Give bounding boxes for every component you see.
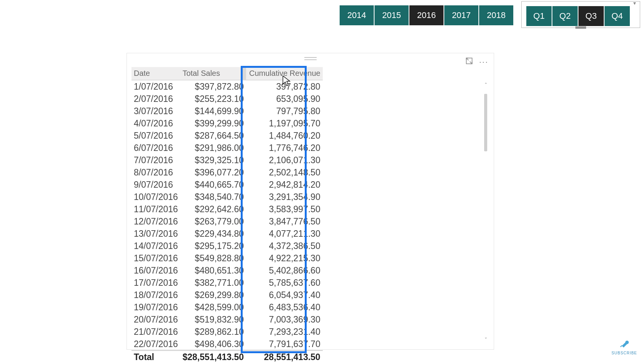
cell-cumulative-revenue: 4,922,215.30: [246, 252, 323, 264]
column-header-total-sales[interactable]: Total Sales: [180, 67, 246, 80]
quarter-button-q2[interactable]: Q2: [552, 6, 578, 26]
table-row[interactable]: 20/07/2016$519,832.907,003,369.30: [131, 313, 323, 326]
subscribe-label: SUBSCRIBE: [611, 351, 637, 355]
column-header-cumulative-revenue[interactable]: Cumulative Revenue: [246, 67, 323, 80]
vertical-scrollbar[interactable]: ˄ ˅: [483, 82, 488, 342]
cell-total-sales: $289,862.10: [180, 326, 246, 338]
table-row[interactable]: 11/07/2016$292,642.603,583,997.50: [131, 203, 323, 215]
cell-cumulative-revenue: 7,003,369.30: [246, 313, 323, 326]
total-cumulative: 28,551,413.50: [246, 351, 323, 362]
cell-cumulative-revenue: 4,077,211.30: [246, 228, 323, 240]
visual-drag-handle[interactable]: [304, 57, 317, 60]
year-button-2015[interactable]: 2015: [375, 5, 409, 25]
table-row[interactable]: 22/07/2016$498,406.307,791,637.70: [131, 338, 323, 351]
table-row[interactable]: 17/07/2016$382,771.005,785,637.60: [131, 277, 323, 289]
year-slicer: 2014 2015 2016 2017 2018: [340, 5, 513, 25]
cell-total-sales: $399,299.90: [180, 117, 246, 129]
year-button-2018[interactable]: 2018: [479, 5, 513, 25]
focus-mode-icon[interactable]: [465, 57, 473, 67]
cell-cumulative-revenue: 2,502,148.50: [246, 166, 323, 179]
table-row[interactable]: 16/07/2016$480,651.305,402,866.60: [131, 264, 323, 277]
quarter-slicer[interactable]: ▾ Q1 Q2 Q3 Q4: [521, 1, 640, 28]
cell-date: 19/07/2016: [131, 301, 180, 313]
cell-date: 3/07/2016: [131, 105, 180, 117]
cell-total-sales: $396,077.20: [180, 166, 246, 179]
cell-date: 7/07/2016: [131, 154, 180, 166]
cell-date: 1/07/2016: [131, 80, 180, 93]
data-table: Date Total Sales Cumulative Revenue 1/07…: [131, 67, 323, 362]
cell-total-sales: $144,699.90: [180, 105, 246, 117]
svg-rect-1: [620, 345, 622, 347]
cell-total-sales: $480,651.30: [180, 264, 246, 277]
cell-date: 4/07/2016: [131, 117, 180, 129]
table-row[interactable]: 19/07/2016$428,599.006,483,536.40: [131, 301, 323, 313]
scroll-down-icon[interactable]: ˅: [483, 337, 488, 342]
cell-date: 16/07/2016: [131, 264, 180, 277]
cell-date: 18/07/2016: [131, 289, 180, 301]
table-row[interactable]: 9/07/2016$440,665.702,942,814.20: [131, 179, 323, 191]
cell-total-sales: $549,828.80: [180, 252, 246, 264]
table-row[interactable]: 8/07/2016$396,077.202,502,148.50: [131, 166, 323, 179]
cell-date: 9/07/2016: [131, 179, 180, 191]
table-row[interactable]: 7/07/2016$329,325.102,106,071.30: [131, 154, 323, 166]
cell-date: 13/07/2016: [131, 228, 180, 240]
cell-date: 14/07/2016: [131, 240, 180, 252]
resize-grip[interactable]: [575, 26, 586, 29]
cell-cumulative-revenue: 1,484,760.20: [246, 129, 323, 142]
table-row[interactable]: 1/07/2016$397,872.80397,872.80: [131, 80, 323, 93]
cell-cumulative-revenue: 5,402,866.60: [246, 264, 323, 277]
cell-date: 11/07/2016: [131, 203, 180, 215]
column-header-date[interactable]: Date: [131, 67, 180, 80]
cell-total-sales: $329,325.10: [180, 154, 246, 166]
table-row[interactable]: 10/07/2016$348,540.703,291,354.90: [131, 191, 323, 203]
total-label: Total: [131, 351, 180, 362]
slicer-dropdown-icon[interactable]: ▾: [633, 0, 636, 6]
cell-total-sales: $291,986.00: [180, 142, 246, 154]
table-row[interactable]: 5/07/2016$287,664.501,484,760.20: [131, 129, 323, 142]
cell-total-sales: $263,779.00: [180, 215, 246, 228]
quarter-button-q1[interactable]: Q1: [526, 6, 552, 26]
cell-cumulative-revenue: 3,583,997.50: [246, 203, 323, 215]
scroll-up-icon[interactable]: ˄: [483, 82, 488, 88]
cell-cumulative-revenue: 7,791,637.70: [246, 338, 323, 351]
cell-date: 2/07/2016: [131, 93, 180, 105]
table-visual[interactable]: ··· Date Total Sales Cumulative Revenue …: [127, 53, 494, 350]
total-sales: $28,551,413.50: [180, 351, 246, 362]
year-button-2017[interactable]: 2017: [444, 5, 478, 25]
table-row[interactable]: 12/07/2016$263,779.003,847,776.50: [131, 215, 323, 228]
table-row[interactable]: 13/07/2016$229,434.804,077,211.30: [131, 228, 323, 240]
scroll-thumb[interactable]: [484, 94, 487, 151]
table-row[interactable]: 14/07/2016$295,175.204,372,386.50: [131, 240, 323, 252]
table-row[interactable]: 3/07/2016$144,699.90797,795.80: [131, 105, 323, 117]
table-row[interactable]: 4/07/2016$399,299.901,197,095.70: [131, 117, 323, 129]
quarter-button-q4[interactable]: Q4: [605, 6, 630, 26]
table-row[interactable]: 21/07/2016$289,862.107,293,231.40: [131, 326, 323, 338]
subscribe-badge[interactable]: SUBSCRIBE: [611, 336, 637, 355]
cell-cumulative-revenue: 2,942,814.20: [246, 179, 323, 191]
cell-cumulative-revenue: 7,293,231.40: [246, 326, 323, 338]
quarter-button-q3[interactable]: Q3: [578, 6, 604, 26]
cell-cumulative-revenue: 3,847,776.50: [246, 215, 323, 228]
cell-date: 8/07/2016: [131, 166, 180, 179]
cell-date: 15/07/2016: [131, 252, 180, 264]
pin-icon: [618, 336, 631, 350]
year-button-2014[interactable]: 2014: [340, 5, 374, 25]
table-row[interactable]: 15/07/2016$549,828.804,922,215.30: [131, 252, 323, 264]
cell-total-sales: $428,599.00: [180, 301, 246, 313]
table-row[interactable]: 2/07/2016$255,223.10653,095.90: [131, 93, 323, 105]
year-button-2016[interactable]: 2016: [409, 5, 444, 25]
more-options-icon[interactable]: ···: [479, 57, 488, 67]
cell-total-sales: $255,223.10: [180, 93, 246, 105]
cell-total-sales: $382,771.00: [180, 277, 246, 289]
table-total-row: Total $28,551,413.50 28,551,413.50: [131, 351, 323, 362]
table-row[interactable]: 18/07/2016$269,299.806,054,937.40: [131, 289, 323, 301]
table-row[interactable]: 6/07/2016$291,986.001,776,746.20: [131, 142, 323, 154]
cell-total-sales: $348,540.70: [180, 191, 246, 203]
cell-cumulative-revenue: 6,054,937.40: [246, 289, 323, 301]
cell-total-sales: $229,434.80: [180, 228, 246, 240]
cell-date: 21/07/2016: [131, 326, 180, 338]
cell-total-sales: $519,832.90: [180, 313, 246, 326]
cell-date: 5/07/2016: [131, 129, 180, 142]
cell-cumulative-revenue: 1,776,746.20: [246, 142, 323, 154]
cell-total-sales: $287,664.50: [180, 129, 246, 142]
